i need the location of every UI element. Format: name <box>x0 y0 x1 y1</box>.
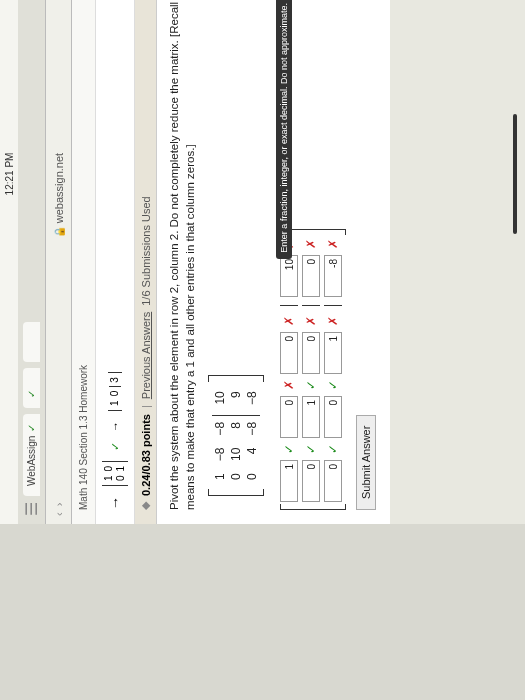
arrow-icon: → <box>109 421 121 432</box>
answer-r2-c3[interactable]: 0 <box>302 332 320 374</box>
answer-r1-c4[interactable]: 10 <box>280 255 298 297</box>
check-icon: ✓ <box>304 444 318 454</box>
forward-icon[interactable]: › <box>53 503 65 507</box>
check-icon: ✓ <box>26 390 37 398</box>
instruction-text: Pivot the system about the element in ro… <box>167 0 198 510</box>
answer-r3-c4[interactable]: -8 <box>324 255 342 297</box>
x-icon: ✗ <box>304 316 318 326</box>
url-text[interactable]: 🔒 webassign.net <box>53 0 65 497</box>
points-bar: ◆ 0.24/0.83 points | Previous Answers 1/… <box>135 0 157 524</box>
input-tooltip: Enter a fraction, integer, or exact deci… <box>276 0 292 259</box>
arrow-icon: → <box>107 496 123 510</box>
answer-r1-c1[interactable]: 1 <box>280 460 298 502</box>
matrix-display: 1−8−810 01089 04−8−8 <box>208 0 266 496</box>
answer-r2-c2[interactable]: 1 <box>302 396 320 438</box>
home-indicator <box>513 114 517 234</box>
submissions-used: 1/6 Submissions Used <box>140 196 152 305</box>
check-icon: ✓ <box>326 444 340 454</box>
submit-button[interactable]: Submit Answer <box>356 415 376 510</box>
small-matrix: 10 01 <box>102 461 128 486</box>
status-bar: 12:21 PM 100% ▮ <box>0 0 18 524</box>
x-icon: ✗ <box>326 316 340 326</box>
answer-r2-c1[interactable]: 0 <box>302 460 320 502</box>
tab-label: WebAssign <box>26 436 37 486</box>
course-title: Math 140 Section 1.3 Homework <box>78 365 89 510</box>
x-icon: ✗ <box>282 316 296 326</box>
answer-r1-c2[interactable]: 0 <box>280 396 298 438</box>
answer-row-1: 1✓ 0✗ 0✗ 10✗ <box>280 237 298 502</box>
check-icon: ✓ <box>304 380 318 390</box>
tab-bar: ☰ WebAssign ✓ ✓ <box>18 0 46 524</box>
lock-icon: 🔒 <box>54 226 65 238</box>
check-icon: ✓ <box>109 442 122 451</box>
status-time: 12:21 PM <box>4 153 15 196</box>
answer-r2-c4[interactable]: 0 <box>302 255 320 297</box>
sidebar-icon[interactable]: ☰ <box>22 502 41 516</box>
x-icon: ✗ <box>326 239 340 249</box>
blank-tab <box>26 349 37 352</box>
answer-r3-c3[interactable]: 1 <box>324 332 342 374</box>
answer-r3-c2[interactable]: 0 <box>324 396 342 438</box>
notch <box>0 114 4 234</box>
answer-matrix: 1✓ 0✗ 0✗ 10✗ 0✓ 1✓ 0✗ 0✗ 0✓ 0✓ 1✗ <box>280 0 346 510</box>
previous-answers-link[interactable]: Previous Answers <box>140 312 152 399</box>
points-score: 0.24/0.83 points <box>140 414 152 496</box>
nav-matrix-row: → 10 01 ✓ → 103 <box>96 0 135 524</box>
answer-row-3: 0✓ 0✓ 1✗ -8✗ <box>324 237 342 502</box>
small-matrix-aug: 103 <box>108 372 122 411</box>
tab-3[interactable] <box>23 322 40 362</box>
check-icon: ✓ <box>282 444 296 454</box>
x-icon: ✗ <box>282 380 296 390</box>
check-icon: ✓ <box>326 380 340 390</box>
answer-row-2: 0✓ 1✓ 0✗ 0✗ <box>302 237 320 502</box>
page-header: Math 140 Section 1.3 Homework Blackboard… <box>72 0 96 524</box>
x-icon: ✗ <box>304 239 318 249</box>
tab-webassign[interactable]: WebAssign ✓ <box>23 414 40 496</box>
check-icon: ✓ <box>26 424 37 432</box>
question-content: Pivot the system about the element in ro… <box>157 0 390 524</box>
back-icon[interactable]: ‹ <box>53 512 65 516</box>
answer-r3-c1[interactable]: 0 <box>324 460 342 502</box>
expand-icon[interactable]: ◆ <box>139 502 152 510</box>
answer-r1-c3[interactable]: 0 <box>280 332 298 374</box>
tab-2[interactable]: ✓ <box>23 368 40 408</box>
screen: 12:21 PM 100% ▮ ☰ WebAssign ✓ ✓ ‹ › 🔒 we… <box>0 0 525 524</box>
url-bar: ‹ › 🔒 webassign.net ⟳ ⇪ + ⧉ <box>46 0 72 524</box>
